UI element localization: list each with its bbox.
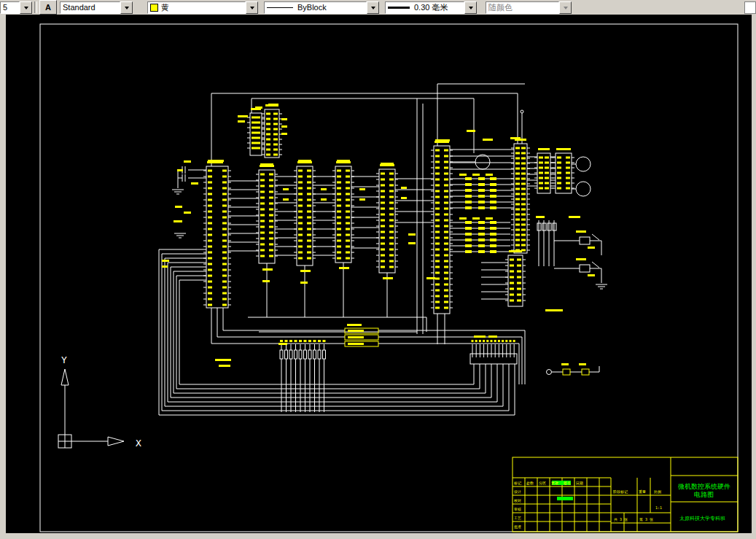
svg-text:X: X bbox=[136, 438, 141, 449]
svg-text:设计: 设计 bbox=[513, 489, 521, 494]
autocad-window: 5 A Standard 黄 ByBlock bbox=[0, 0, 756, 539]
drawing-area[interactable]: YX微机数控系统硬件电路图太原科技大学专科班标记处数分区更改签名日期设计校对审核… bbox=[0, 15, 756, 539]
svg-text:校对: 校对 bbox=[513, 498, 521, 503]
chevron-down-icon bbox=[564, 7, 568, 12]
linetype-sample-icon bbox=[267, 7, 293, 8]
svg-text:工艺: 工艺 bbox=[514, 516, 521, 520]
text-style-icon: A bbox=[45, 3, 51, 12]
svg-text:微机数控系统硬件: 微机数控系统硬件 bbox=[678, 483, 730, 490]
text-style-dropdown-button[interactable] bbox=[120, 1, 133, 14]
svg-text:批准: 批准 bbox=[514, 524, 521, 530]
svg-text:共 3 张: 共 3 张 bbox=[614, 517, 628, 522]
svg-text:标记: 标记 bbox=[513, 481, 521, 486]
chevron-down-icon bbox=[250, 7, 254, 12]
text-style-combo[interactable]: Standard bbox=[60, 1, 133, 14]
chevron-down-icon bbox=[469, 7, 473, 12]
linetype-dropdown-button[interactable] bbox=[367, 1, 379, 14]
dim-scale-value: 5 bbox=[0, 1, 20, 14]
dim-scale-combo[interactable]: 5 bbox=[0, 1, 32, 14]
svg-text:签名: 签名 bbox=[564, 481, 571, 486]
chevron-down-icon bbox=[24, 7, 28, 12]
plot-style-dropdown-button bbox=[559, 1, 572, 14]
linetype-combo[interactable]: ByBlock bbox=[264, 1, 379, 14]
lineweight-dropdown-button[interactable] bbox=[464, 1, 477, 14]
svg-text:日期: 日期 bbox=[576, 481, 583, 486]
svg-text:太原科技大学专科班: 太原科技大学专科班 bbox=[679, 516, 725, 521]
layer-color-swatch bbox=[150, 4, 158, 12]
layer-combo[interactable]: 黄 bbox=[147, 1, 258, 14]
svg-text:电路图: 电路图 bbox=[694, 491, 714, 498]
dim-scale-dropdown-button[interactable] bbox=[20, 1, 32, 14]
svg-text:第 3 张: 第 3 张 bbox=[639, 517, 653, 522]
plot-style-combo: 随颜色 bbox=[486, 1, 572, 14]
layer-name: 黄 bbox=[161, 2, 169, 13]
svg-text:更改: 更改 bbox=[551, 481, 558, 485]
layer-dropdown-button[interactable] bbox=[246, 1, 258, 14]
object-properties-toolbar: 5 A Standard 黄 ByBlock bbox=[0, 0, 756, 15]
svg-text:Y: Y bbox=[61, 354, 67, 365]
linetype-value: ByBlock bbox=[297, 3, 327, 12]
toolbar-separator bbox=[34, 1, 37, 13]
svg-text:重量: 重量 bbox=[639, 489, 646, 494]
lineweight-combo[interactable]: 0.30 毫米 bbox=[385, 1, 477, 14]
svg-text:比例: 比例 bbox=[654, 489, 661, 495]
lineweight-sample-icon bbox=[388, 7, 410, 9]
partial-combo-field bbox=[744, 1, 756, 14]
cad-drawing[interactable]: YX微机数控系统硬件电路图太原科技大学专科班标记处数分区更改签名日期设计校对审核… bbox=[0, 15, 756, 539]
svg-text:1:1: 1:1 bbox=[655, 505, 662, 510]
svg-text:处数: 处数 bbox=[526, 481, 534, 486]
plot-style-value: 随颜色 bbox=[486, 1, 559, 14]
text-style-value: Standard bbox=[60, 1, 120, 14]
lineweight-value: 0.30 毫米 bbox=[414, 2, 448, 13]
svg-text:分区: 分区 bbox=[539, 481, 546, 485]
svg-text:阶段标记: 阶段标记 bbox=[613, 489, 628, 495]
svg-text:审核: 审核 bbox=[514, 507, 521, 511]
canvas-background bbox=[6, 15, 752, 533]
text-style-button[interactable]: A bbox=[39, 0, 57, 15]
chevron-down-icon bbox=[125, 7, 129, 12]
chevron-down-icon bbox=[371, 7, 375, 12]
